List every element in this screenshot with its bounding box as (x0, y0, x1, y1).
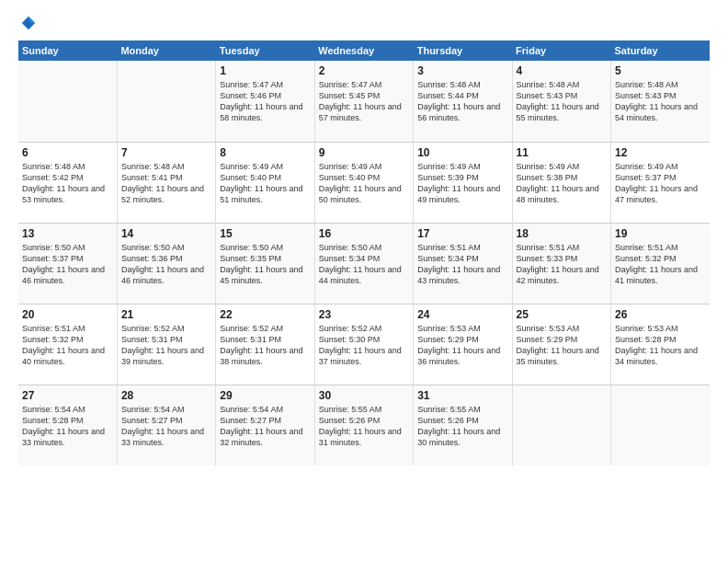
day-cell: 6Sunrise: 5:48 AM Sunset: 5:42 PM Daylig… (18, 142, 117, 223)
day-info: Sunrise: 5:50 AM Sunset: 5:36 PM Dayligh… (121, 242, 211, 287)
day-number: 26 (615, 308, 706, 321)
day-info: Sunrise: 5:49 AM Sunset: 5:40 PM Dayligh… (319, 161, 409, 206)
day-number: 25 (517, 308, 607, 321)
day-cell: 28Sunrise: 5:54 AM Sunset: 5:27 PM Dayli… (117, 385, 215, 465)
day-cell: 23Sunrise: 5:52 AM Sunset: 5:30 PM Dayli… (314, 304, 413, 385)
week-row-5: 27Sunrise: 5:54 AM Sunset: 5:28 PM Dayli… (18, 385, 710, 465)
day-info: Sunrise: 5:55 AM Sunset: 5:26 PM Dayligh… (319, 404, 409, 449)
day-info: Sunrise: 5:49 AM Sunset: 5:38 PM Dayligh… (517, 161, 607, 206)
day-number: 10 (417, 146, 507, 159)
day-info: Sunrise: 5:49 AM Sunset: 5:37 PM Dayligh… (615, 161, 706, 206)
day-info: Sunrise: 5:48 AM Sunset: 5:42 PM Dayligh… (22, 161, 113, 206)
day-number: 4 (517, 64, 607, 77)
calendar-table: SundayMondayTuesdayWednesdayThursdayFrid… (18, 40, 710, 465)
day-cell: 12Sunrise: 5:49 AM Sunset: 5:37 PM Dayli… (611, 142, 710, 223)
day-info: Sunrise: 5:50 AM Sunset: 5:37 PM Dayligh… (22, 242, 113, 287)
day-cell (611, 385, 710, 465)
day-info: Sunrise: 5:50 AM Sunset: 5:34 PM Dayligh… (319, 242, 409, 287)
day-info: Sunrise: 5:53 AM Sunset: 5:28 PM Dayligh… (615, 323, 706, 368)
logo-icon (20, 15, 37, 31)
day-cell: 29Sunrise: 5:54 AM Sunset: 5:27 PM Dayli… (216, 385, 314, 465)
day-number: 8 (220, 146, 310, 159)
day-info: Sunrise: 5:53 AM Sunset: 5:29 PM Dayligh… (417, 323, 507, 368)
day-number: 16 (319, 227, 409, 240)
day-number: 22 (220, 308, 310, 321)
col-header-sunday: Sunday (18, 40, 117, 61)
day-cell: 25Sunrise: 5:53 AM Sunset: 5:29 PM Dayli… (512, 304, 610, 385)
day-cell: 2Sunrise: 5:47 AM Sunset: 5:45 PM Daylig… (314, 61, 413, 142)
day-info: Sunrise: 5:52 AM Sunset: 5:31 PM Dayligh… (220, 323, 310, 368)
logo (18, 15, 37, 31)
day-number: 2 (319, 64, 409, 77)
calendar-header-row: SundayMondayTuesdayWednesdayThursdayFrid… (18, 40, 710, 61)
col-header-thursday: Thursday (414, 40, 512, 61)
page: SundayMondayTuesdayWednesdayThursdayFrid… (0, 0, 728, 563)
day-cell: 3Sunrise: 5:48 AM Sunset: 5:44 PM Daylig… (414, 61, 512, 142)
day-info: Sunrise: 5:49 AM Sunset: 5:39 PM Dayligh… (417, 161, 507, 206)
day-cell: 10Sunrise: 5:49 AM Sunset: 5:39 PM Dayli… (414, 142, 512, 223)
day-info: Sunrise: 5:52 AM Sunset: 5:31 PM Dayligh… (121, 323, 211, 368)
day-info: Sunrise: 5:48 AM Sunset: 5:43 PM Dayligh… (615, 79, 706, 124)
day-number: 30 (319, 389, 409, 402)
col-header-saturday: Saturday (611, 40, 710, 61)
week-row-3: 13Sunrise: 5:50 AM Sunset: 5:37 PM Dayli… (18, 223, 710, 304)
day-number: 3 (417, 64, 507, 77)
day-cell: 16Sunrise: 5:50 AM Sunset: 5:34 PM Dayli… (314, 223, 413, 304)
day-info: Sunrise: 5:51 AM Sunset: 5:33 PM Dayligh… (517, 242, 607, 287)
day-info: Sunrise: 5:50 AM Sunset: 5:35 PM Dayligh… (220, 242, 310, 287)
day-number: 19 (615, 227, 706, 240)
day-cell: 27Sunrise: 5:54 AM Sunset: 5:28 PM Dayli… (18, 385, 117, 465)
day-info: Sunrise: 5:47 AM Sunset: 5:45 PM Dayligh… (319, 79, 409, 124)
day-cell: 31Sunrise: 5:55 AM Sunset: 5:26 PM Dayli… (414, 385, 512, 465)
day-number: 7 (121, 146, 211, 159)
col-header-wednesday: Wednesday (314, 40, 413, 61)
day-cell: 4Sunrise: 5:48 AM Sunset: 5:43 PM Daylig… (512, 61, 610, 142)
col-header-monday: Monday (117, 40, 215, 61)
day-number: 29 (220, 389, 310, 402)
day-number: 28 (121, 389, 211, 402)
day-number: 18 (517, 227, 607, 240)
day-number: 23 (319, 308, 409, 321)
day-cell: 18Sunrise: 5:51 AM Sunset: 5:33 PM Dayli… (512, 223, 610, 304)
day-cell: 21Sunrise: 5:52 AM Sunset: 5:31 PM Dayli… (117, 304, 215, 385)
day-number: 15 (220, 227, 310, 240)
day-cell: 13Sunrise: 5:50 AM Sunset: 5:37 PM Dayli… (18, 223, 117, 304)
col-header-tuesday: Tuesday (216, 40, 314, 61)
day-info: Sunrise: 5:51 AM Sunset: 5:34 PM Dayligh… (417, 242, 507, 287)
day-cell: 22Sunrise: 5:52 AM Sunset: 5:31 PM Dayli… (216, 304, 314, 385)
day-number: 17 (417, 227, 507, 240)
week-row-2: 6Sunrise: 5:48 AM Sunset: 5:42 PM Daylig… (18, 142, 710, 223)
day-cell (18, 61, 117, 142)
day-number: 11 (517, 146, 607, 159)
day-cell (512, 385, 610, 465)
day-number: 24 (417, 308, 507, 321)
day-info: Sunrise: 5:54 AM Sunset: 5:27 PM Dayligh… (121, 404, 211, 449)
day-info: Sunrise: 5:47 AM Sunset: 5:46 PM Dayligh… (220, 79, 310, 124)
day-number: 21 (121, 308, 211, 321)
col-header-friday: Friday (512, 40, 610, 61)
day-cell: 9Sunrise: 5:49 AM Sunset: 5:40 PM Daylig… (314, 142, 413, 223)
day-info: Sunrise: 5:49 AM Sunset: 5:40 PM Dayligh… (220, 161, 310, 206)
day-cell: 15Sunrise: 5:50 AM Sunset: 5:35 PM Dayli… (216, 223, 314, 304)
day-info: Sunrise: 5:53 AM Sunset: 5:29 PM Dayligh… (517, 323, 607, 368)
day-number: 20 (22, 308, 113, 321)
day-cell (117, 61, 215, 142)
day-info: Sunrise: 5:48 AM Sunset: 5:43 PM Dayligh… (517, 79, 607, 124)
day-cell: 11Sunrise: 5:49 AM Sunset: 5:38 PM Dayli… (512, 142, 610, 223)
day-number: 14 (121, 227, 211, 240)
day-number: 5 (615, 64, 706, 77)
day-cell: 30Sunrise: 5:55 AM Sunset: 5:26 PM Dayli… (314, 385, 413, 465)
day-cell: 20Sunrise: 5:51 AM Sunset: 5:32 PM Dayli… (18, 304, 117, 385)
day-cell: 5Sunrise: 5:48 AM Sunset: 5:43 PM Daylig… (611, 61, 710, 142)
day-info: Sunrise: 5:52 AM Sunset: 5:30 PM Dayligh… (319, 323, 409, 368)
header (18, 15, 710, 31)
day-info: Sunrise: 5:54 AM Sunset: 5:28 PM Dayligh… (22, 404, 113, 449)
day-number: 31 (417, 389, 507, 402)
week-row-1: 1Sunrise: 5:47 AM Sunset: 5:46 PM Daylig… (18, 61, 710, 142)
day-cell: 14Sunrise: 5:50 AM Sunset: 5:36 PM Dayli… (117, 223, 215, 304)
day-cell: 17Sunrise: 5:51 AM Sunset: 5:34 PM Dayli… (414, 223, 512, 304)
day-number: 9 (319, 146, 409, 159)
day-cell: 24Sunrise: 5:53 AM Sunset: 5:29 PM Dayli… (414, 304, 512, 385)
day-number: 12 (615, 146, 706, 159)
day-cell: 26Sunrise: 5:53 AM Sunset: 5:28 PM Dayli… (611, 304, 710, 385)
